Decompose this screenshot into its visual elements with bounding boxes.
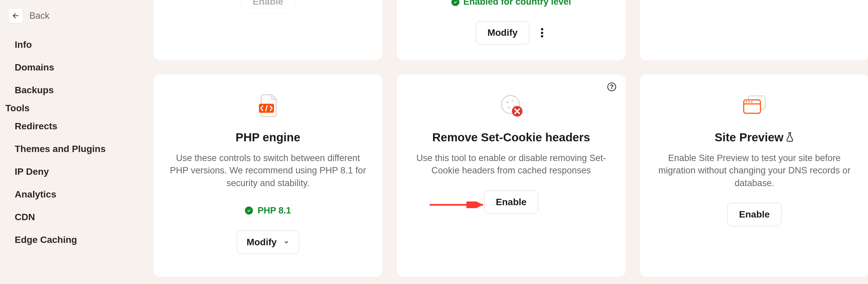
back-row: Back [0,5,154,33]
sidebar: Back Info Domains Backups Tools Redirect… [0,0,154,284]
sidebar-item-redirects[interactable]: Redirects [0,115,154,138]
php-status-text: PHP 8.1 [257,206,291,216]
sidebar-item-tools-wrap: Tools [5,103,148,114]
arrow-left-icon [12,12,20,20]
site-preview-enable-button[interactable]: Enable [727,203,781,226]
sidebar-item-edge-caching[interactable]: Edge Caching [0,228,154,251]
cookie-disabled-icon [499,93,523,117]
svg-point-12 [748,101,750,102]
browser-window-icon [742,93,767,117]
php-file-icon [256,93,280,117]
site-preview-card: Site Preview Enable Site Preview to test… [640,74,868,277]
geolocation-status-text: Enabled for country level [463,0,571,7]
sidebar-item-tools[interactable]: Tools [5,103,148,114]
sidebar-item-domains[interactable]: Domains [0,56,154,79]
top-card-1-button[interactable]: Enable [241,0,295,13]
top-card-2-modify-button[interactable]: Modify [476,21,529,44]
remove-cookie-card: ? Remove Set-Cookie headers Use this too… [397,74,625,277]
php-modify-label: Modify [247,237,277,248]
top-card-1: Enable [154,0,382,60]
sidebar-item-info[interactable]: Info [0,33,154,56]
check-circle-icon [452,0,459,6]
sidebar-item-analytics[interactable]: Analytics [0,183,154,206]
remove-cookie-enable-button[interactable]: Enable [484,190,538,214]
php-engine-desc: Use these controls to switch between dif… [154,152,382,189]
back-button[interactable] [8,8,23,23]
top-card-3 [640,0,868,60]
top-card-2-actions: Modify [476,21,547,44]
php-status: PHP 8.1 [245,206,291,216]
remove-cookie-title: Remove Set-Cookie headers [432,131,590,144]
svg-point-5 [508,106,510,108]
flask-icon [785,132,794,142]
site-preview-desc: Enable Site Preview to test your site be… [640,152,868,189]
cards-area: Enable Enabled for country level Modify … [154,0,868,284]
php-engine-title: PHP engine [236,131,300,144]
svg-point-4 [512,100,514,102]
chevron-down-icon [283,239,289,245]
remove-cookie-desc: Use this tool to enable or disable remov… [397,152,625,177]
sidebar-item-backups[interactable]: Backups [0,79,154,101]
sidebar-nav: Info Domains Backups Tools Redirects The… [0,33,154,251]
sidebar-item-ip-deny[interactable]: IP Deny [0,160,154,183]
site-preview-title-text: Site Preview [715,131,783,144]
help-icon[interactable]: ? [608,83,616,91]
more-menu-icon[interactable] [537,28,547,37]
svg-point-3 [506,101,508,103]
site-preview-title: Site Preview [715,131,794,144]
top-card-2: Enabled for country level Modify [397,0,625,60]
php-engine-card: PHP engine Use these controls to switch … [154,74,382,277]
sidebar-item-cdn[interactable]: CDN [0,206,154,228]
check-circle-icon [245,207,253,215]
back-label: Back [29,11,50,21]
geolocation-status: Enabled for country level [452,0,571,7]
svg-point-11 [746,101,747,102]
sidebar-item-themes-plugins[interactable]: Themes and Plugins [0,138,154,160]
php-modify-dropdown[interactable]: Modify [237,230,299,254]
svg-point-13 [751,101,752,102]
